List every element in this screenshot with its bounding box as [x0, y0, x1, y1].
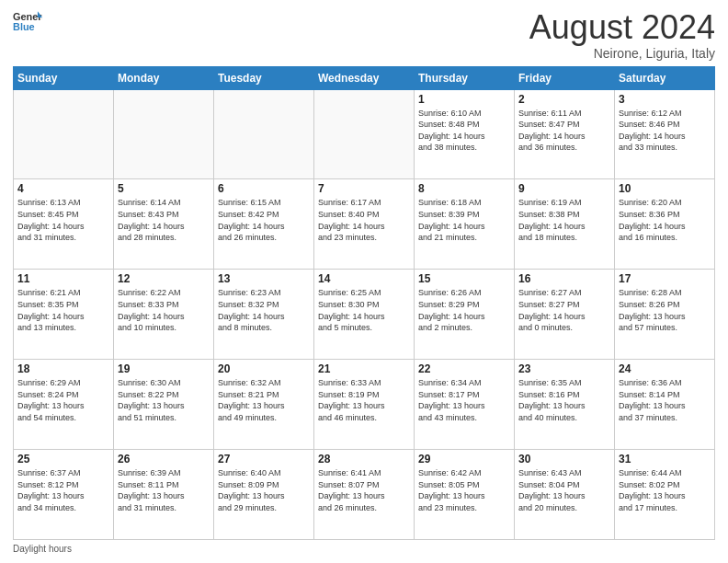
- svg-text:Blue: Blue: [13, 21, 35, 32]
- day-info: Sunrise: 6:36 AM Sunset: 8:14 PM Dayligh…: [619, 377, 711, 423]
- table-row: 16Sunrise: 6:27 AM Sunset: 8:27 PM Dayli…: [515, 270, 615, 360]
- table-row: 30Sunrise: 6:43 AM Sunset: 8:04 PM Dayli…: [515, 450, 615, 540]
- day-info: Sunrise: 6:33 AM Sunset: 8:19 PM Dayligh…: [318, 377, 410, 423]
- day-info: Sunrise: 6:40 AM Sunset: 8:09 PM Dayligh…: [218, 467, 310, 513]
- col-wednesday: Wednesday: [314, 66, 415, 89]
- table-row: 1Sunrise: 6:10 AM Sunset: 8:48 PM Daylig…: [415, 89, 515, 179]
- day-info: Sunrise: 6:10 AM Sunset: 8:48 PM Dayligh…: [418, 108, 510, 154]
- table-row: 27Sunrise: 6:40 AM Sunset: 8:09 PM Dayli…: [214, 450, 314, 540]
- page: General Blue August 2024 Neirone, Liguri…: [0, 0, 728, 563]
- day-number: 29: [418, 453, 510, 465]
- table-row: 28Sunrise: 6:41 AM Sunset: 8:07 PM Dayli…: [314, 450, 415, 540]
- day-number: 23: [518, 362, 610, 375]
- day-number: 19: [118, 362, 210, 375]
- location-subtitle: Neirone, Liguria, Italy: [529, 46, 715, 61]
- table-row: 23Sunrise: 6:35 AM Sunset: 8:16 PM Dayli…: [515, 360, 615, 450]
- day-info: Sunrise: 6:42 AM Sunset: 8:05 PM Dayligh…: [418, 467, 510, 513]
- table-row: 20Sunrise: 6:32 AM Sunset: 8:21 PM Dayli…: [214, 360, 314, 450]
- table-row: [114, 89, 214, 179]
- calendar-week-row: 4Sunrise: 6:13 AM Sunset: 8:45 PM Daylig…: [14, 179, 715, 270]
- table-row: 25Sunrise: 6:37 AM Sunset: 8:12 PM Dayli…: [14, 450, 114, 540]
- table-row: 11Sunrise: 6:21 AM Sunset: 8:35 PM Dayli…: [14, 270, 114, 360]
- day-info: Sunrise: 6:39 AM Sunset: 8:11 PM Dayligh…: [118, 467, 210, 513]
- daylight-label: Daylight hours: [13, 544, 72, 554]
- day-number: 16: [518, 272, 610, 285]
- day-number: 4: [17, 182, 109, 195]
- generalblue-logo-icon: General Blue: [13, 9, 42, 35]
- day-number: 9: [518, 182, 610, 195]
- day-info: Sunrise: 6:21 AM Sunset: 8:35 PM Dayligh…: [17, 287, 109, 333]
- col-saturday: Saturday: [615, 66, 715, 89]
- month-title: August 2024: [529, 9, 715, 46]
- day-info: Sunrise: 6:34 AM Sunset: 8:17 PM Dayligh…: [418, 377, 510, 423]
- day-info: Sunrise: 6:23 AM Sunset: 8:32 PM Dayligh…: [218, 287, 310, 333]
- day-info: Sunrise: 6:26 AM Sunset: 8:29 PM Dayligh…: [418, 287, 510, 333]
- day-number: 12: [118, 272, 210, 285]
- table-row: 5Sunrise: 6:14 AM Sunset: 8:43 PM Daylig…: [114, 179, 214, 270]
- day-number: 20: [218, 362, 310, 375]
- footer: Daylight hours: [13, 544, 715, 554]
- table-row: 3Sunrise: 6:12 AM Sunset: 8:46 PM Daylig…: [615, 89, 715, 179]
- table-row: 6Sunrise: 6:15 AM Sunset: 8:42 PM Daylig…: [214, 179, 314, 270]
- day-number: 7: [318, 182, 410, 195]
- day-info: Sunrise: 6:17 AM Sunset: 8:40 PM Dayligh…: [318, 197, 410, 243]
- day-number: 17: [619, 272, 711, 285]
- day-info: Sunrise: 6:28 AM Sunset: 8:26 PM Dayligh…: [619, 287, 711, 333]
- table-row: 18Sunrise: 6:29 AM Sunset: 8:24 PM Dayli…: [14, 360, 114, 450]
- day-number: 6: [218, 182, 310, 195]
- calendar-table: Sunday Monday Tuesday Wednesday Thursday…: [13, 66, 715, 540]
- day-number: 13: [218, 272, 310, 285]
- day-number: 14: [318, 272, 410, 285]
- table-row: 21Sunrise: 6:33 AM Sunset: 8:19 PM Dayli…: [314, 360, 415, 450]
- header: General Blue August 2024 Neirone, Liguri…: [13, 9, 715, 61]
- title-block: August 2024 Neirone, Liguria, Italy: [529, 9, 715, 61]
- day-info: Sunrise: 6:19 AM Sunset: 8:38 PM Dayligh…: [518, 197, 610, 243]
- table-row: 26Sunrise: 6:39 AM Sunset: 8:11 PM Dayli…: [114, 450, 214, 540]
- day-info: Sunrise: 6:32 AM Sunset: 8:21 PM Dayligh…: [218, 377, 310, 423]
- logo: General Blue: [13, 9, 42, 35]
- day-number: 25: [17, 453, 109, 465]
- day-number: 26: [118, 453, 210, 465]
- table-row: [314, 89, 415, 179]
- day-number: 27: [218, 453, 310, 465]
- day-number: 5: [118, 182, 210, 195]
- day-info: Sunrise: 6:35 AM Sunset: 8:16 PM Dayligh…: [518, 377, 610, 423]
- table-row: 17Sunrise: 6:28 AM Sunset: 8:26 PM Dayli…: [615, 270, 715, 360]
- table-row: 22Sunrise: 6:34 AM Sunset: 8:17 PM Dayli…: [415, 360, 515, 450]
- day-number: 21: [318, 362, 410, 375]
- table-row: 2Sunrise: 6:11 AM Sunset: 8:47 PM Daylig…: [515, 89, 615, 179]
- col-tuesday: Tuesday: [214, 66, 314, 89]
- table-row: 29Sunrise: 6:42 AM Sunset: 8:05 PM Dayli…: [415, 450, 515, 540]
- day-number: 18: [17, 362, 109, 375]
- day-info: Sunrise: 6:37 AM Sunset: 8:12 PM Dayligh…: [17, 467, 109, 513]
- table-row: 15Sunrise: 6:26 AM Sunset: 8:29 PM Dayli…: [415, 270, 515, 360]
- day-info: Sunrise: 6:18 AM Sunset: 8:39 PM Dayligh…: [418, 197, 510, 243]
- day-number: 31: [619, 453, 711, 465]
- calendar-week-row: 11Sunrise: 6:21 AM Sunset: 8:35 PM Dayli…: [14, 270, 715, 360]
- day-number: 8: [418, 182, 510, 195]
- day-info: Sunrise: 6:43 AM Sunset: 8:04 PM Dayligh…: [518, 467, 610, 513]
- day-number: 10: [619, 182, 711, 195]
- table-row: 7Sunrise: 6:17 AM Sunset: 8:40 PM Daylig…: [314, 179, 415, 270]
- day-number: 24: [619, 362, 711, 375]
- col-friday: Friday: [515, 66, 615, 89]
- table-row: 14Sunrise: 6:25 AM Sunset: 8:30 PM Dayli…: [314, 270, 415, 360]
- day-number: 11: [17, 272, 109, 285]
- day-number: 22: [418, 362, 510, 375]
- calendar-header-row: Sunday Monday Tuesday Wednesday Thursday…: [14, 66, 715, 89]
- day-number: 1: [418, 93, 510, 106]
- table-row: [214, 89, 314, 179]
- table-row: 9Sunrise: 6:19 AM Sunset: 8:38 PM Daylig…: [515, 179, 615, 270]
- day-info: Sunrise: 6:27 AM Sunset: 8:27 PM Dayligh…: [518, 287, 610, 333]
- table-row: 4Sunrise: 6:13 AM Sunset: 8:45 PM Daylig…: [14, 179, 114, 270]
- table-row: [14, 89, 114, 179]
- calendar-week-row: 1Sunrise: 6:10 AM Sunset: 8:48 PM Daylig…: [14, 89, 715, 179]
- calendar-week-row: 18Sunrise: 6:29 AM Sunset: 8:24 PM Dayli…: [14, 360, 715, 450]
- day-info: Sunrise: 6:44 AM Sunset: 8:02 PM Dayligh…: [619, 467, 711, 513]
- calendar-week-row: 25Sunrise: 6:37 AM Sunset: 8:12 PM Dayli…: [14, 450, 715, 540]
- day-number: 28: [318, 453, 410, 465]
- day-number: 2: [518, 93, 610, 106]
- day-info: Sunrise: 6:13 AM Sunset: 8:45 PM Dayligh…: [17, 197, 109, 243]
- day-number: 15: [418, 272, 510, 285]
- day-info: Sunrise: 6:15 AM Sunset: 8:42 PM Dayligh…: [218, 197, 310, 243]
